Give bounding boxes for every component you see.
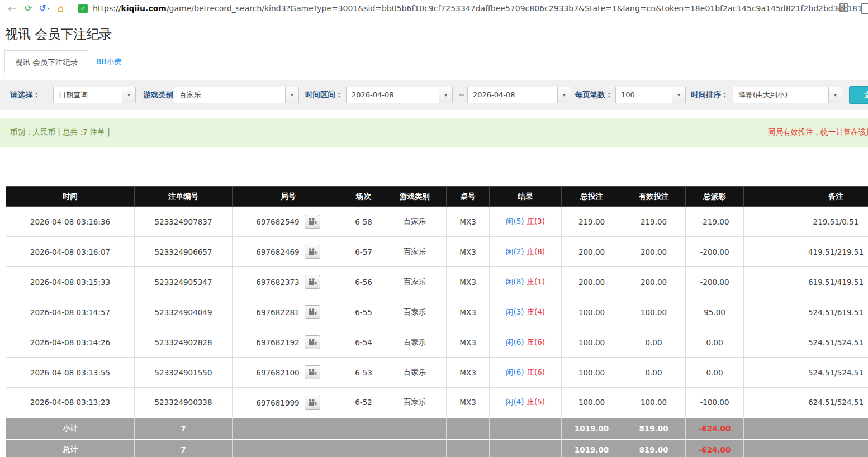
security-shield-icon[interactable]: ✓ bbox=[78, 4, 88, 13]
column-header: 局号 bbox=[233, 187, 344, 207]
cell-round: 697682373 bbox=[233, 267, 344, 297]
chevron-down-icon[interactable]: ▾ bbox=[285, 87, 298, 103]
clipped-toolbar-icon[interactable] bbox=[861, 3, 868, 14]
refresh-icon[interactable]: ⟳ bbox=[25, 4, 32, 13]
cell-payout: 0.00 bbox=[686, 327, 744, 358]
video-replay-button[interactable] bbox=[305, 245, 320, 259]
table-row: 2026-04-08 03:15:33 523324905347 6976823… bbox=[6, 267, 868, 297]
apps-grid-icon[interactable] bbox=[839, 3, 848, 14]
chevron-down-icon[interactable]: ▾ bbox=[557, 87, 571, 103]
table-row: 2026-04-08 03:16:36 523324907837 6976825… bbox=[6, 207, 868, 237]
round-id: 697682469 bbox=[256, 247, 299, 256]
date-from-value[interactable]: 2026-04-08 bbox=[347, 87, 452, 103]
video-camera-icon bbox=[308, 218, 317, 225]
cell-session: 6-58 bbox=[344, 207, 383, 237]
notice-bar: 币别：人民币 | 总共 :7 注单 | 同局有效投注，统一计算在该局 bbox=[0, 118, 868, 147]
chevron-down-icon[interactable]: ▾ bbox=[439, 87, 452, 103]
cell-total-bet: 100.00 bbox=[562, 297, 622, 327]
search-button[interactable]: 查询 bbox=[849, 86, 868, 104]
total-count: 7 bbox=[135, 439, 233, 457]
empty-cell bbox=[490, 418, 562, 439]
undo-button[interactable]: ↺ ▾ bbox=[39, 4, 49, 13]
cell-valid-bet: 200.00 bbox=[622, 267, 686, 297]
cell-bet-id: 523324904049 bbox=[135, 297, 233, 327]
cell-game-type: 百家乐 bbox=[383, 358, 447, 388]
select-type-label: 请选择： bbox=[10, 90, 40, 100]
cell-time: 2026-04-08 03:13:23 bbox=[6, 388, 135, 418]
video-replay-button[interactable] bbox=[305, 305, 320, 319]
url-scheme: https:// bbox=[93, 4, 121, 13]
total-payout: -624.00 bbox=[686, 439, 744, 457]
total-valid-bet: 819.00 bbox=[622, 439, 686, 457]
result-banker: 庄(4) bbox=[527, 307, 546, 316]
url-path: /game/betrecord_search/kind3?GameType=30… bbox=[167, 4, 868, 13]
total-row: 总计 7 1019.00 819.00 -624.00 bbox=[6, 439, 868, 457]
sort-order-combo[interactable]: 降幂(由大到小) ▾ bbox=[733, 87, 842, 103]
result-player: 闲(6) bbox=[506, 337, 524, 346]
result-player: 闲(5) bbox=[506, 217, 524, 226]
video-replay-button[interactable] bbox=[305, 275, 320, 289]
round-id: 697681999 bbox=[256, 398, 299, 407]
date-to-value[interactable]: 2026-04-08 bbox=[468, 87, 571, 103]
round-id: 697682281 bbox=[256, 308, 299, 317]
tab-bar: 视讯 会员下注纪录 BB小费 bbox=[0, 50, 868, 73]
cell-table-no: MX3 bbox=[447, 327, 490, 358]
tab-bet-records[interactable]: 视讯 会员下注纪录 bbox=[4, 50, 88, 73]
address-bar[interactable]: https://kiqiiu.com/game/betrecord_search… bbox=[93, 4, 868, 13]
result-player: 闲(8) bbox=[506, 277, 524, 286]
cell-result: 闲(4)庄(5) bbox=[490, 388, 562, 418]
table-row: 2026-04-08 03:14:26 523324902828 6976821… bbox=[6, 327, 868, 358]
total-total-bet: 1019.00 bbox=[562, 439, 622, 457]
sort-order-value[interactable]: 降幂(由大到小) bbox=[733, 87, 842, 103]
chevron-down-icon[interactable]: ▾ bbox=[828, 87, 842, 103]
empty-cell bbox=[233, 439, 344, 457]
table-footer: 小计 7 1019.00 819.00 -624.00 总计 7 bbox=[6, 418, 868, 457]
cell-table-no: MX3 bbox=[447, 388, 490, 418]
cell-game-type: 百家乐 bbox=[383, 237, 447, 267]
table-header-row: 时间注单编号局号场次游戏类别桌号结果总投注有效投注总派彩备注 bbox=[6, 187, 868, 207]
cell-round: 697682192 bbox=[233, 327, 344, 358]
date-to-picker[interactable]: 2026-04-08 ▾ bbox=[467, 87, 571, 103]
sort-order-label: 时间排序： bbox=[691, 90, 729, 100]
cell-session: 6-56 bbox=[344, 267, 383, 297]
cell-round: 697682100 bbox=[233, 358, 344, 388]
game-type-value[interactable]: 百家乐 bbox=[174, 87, 298, 103]
table-body: 2026-04-08 03:16:36 523324907837 6976825… bbox=[6, 207, 868, 418]
cell-table-no: MX3 bbox=[447, 358, 490, 388]
cell-valid-bet: 0.00 bbox=[622, 327, 686, 358]
column-header: 结果 bbox=[490, 187, 562, 207]
chevron-down-icon[interactable]: ▾ bbox=[122, 87, 135, 103]
date-from-picker[interactable]: 2026-04-08 ▾ bbox=[346, 87, 453, 103]
page-size-combo[interactable]: 100 ▾ bbox=[615, 87, 686, 103]
video-replay-button[interactable] bbox=[305, 335, 320, 349]
column-header: 总投注 bbox=[562, 187, 622, 207]
cell-table-no: MX3 bbox=[447, 297, 490, 327]
column-header: 总派彩 bbox=[686, 187, 744, 207]
cell-payout: -219.00 bbox=[686, 207, 744, 237]
home-icon[interactable]: ⌂ bbox=[58, 3, 64, 13]
total-label: 总计 bbox=[6, 439, 135, 457]
cell-result: 闲(2)庄(8) bbox=[490, 237, 562, 267]
empty-cell bbox=[344, 439, 383, 457]
round-id: 697682373 bbox=[256, 278, 299, 287]
result-banker: 庄(3) bbox=[527, 217, 546, 226]
query-type-combo[interactable]: 日期查询 ▾ bbox=[53, 87, 136, 103]
game-type-combo[interactable]: 百家乐 ▾ bbox=[174, 87, 299, 103]
undo-caret-icon[interactable]: ▾ bbox=[48, 6, 50, 11]
video-replay-button[interactable] bbox=[305, 365, 320, 379]
column-header: 场次 bbox=[344, 187, 383, 207]
empty-cell bbox=[344, 418, 383, 439]
video-replay-button[interactable] bbox=[305, 215, 320, 229]
video-replay-button[interactable] bbox=[305, 396, 320, 410]
url-domain: kiqiiu.com bbox=[121, 4, 167, 13]
valid-bet-notice-text: 同局有效投注，统一计算在该局 bbox=[768, 127, 868, 137]
cell-game-type: 百家乐 bbox=[383, 207, 447, 237]
tab-bb-tip[interactable]: BB小费 bbox=[96, 50, 122, 73]
toolbar-right-icons bbox=[839, 0, 853, 17]
cell-payout: 95.00 bbox=[686, 297, 744, 327]
cell-table-no: MX3 bbox=[447, 237, 490, 267]
column-header: 时间 bbox=[6, 187, 135, 207]
currency-summary-text: 币别：人民币 | 总共 :7 注单 | bbox=[10, 127, 110, 137]
back-icon[interactable]: ← bbox=[8, 3, 17, 14]
chevron-down-icon[interactable]: ▾ bbox=[672, 87, 685, 103]
